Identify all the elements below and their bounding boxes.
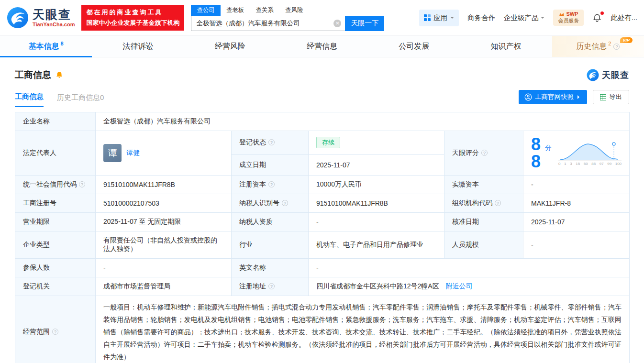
arrow-right-icon (577, 95, 581, 99)
tab-legal-proceedings[interactable]: 法律诉讼 (92, 36, 184, 57)
field-label: 行业 (239, 241, 253, 248)
legal-rep-link[interactable]: 谭健 (126, 149, 140, 157)
subtab-history-business-info[interactable]: 历史工商信息0 (57, 93, 104, 107)
top-header: 天眼查 TianYanCha.com 都在用的商业查询工具 国家中小企业发展子基… (0, 0, 644, 35)
tianyancha-logo-icon (587, 69, 599, 81)
field-label: 英文名称 (239, 264, 266, 271)
help-icon[interactable] (268, 139, 275, 145)
bell-icon (55, 71, 64, 79)
help-icon[interactable] (268, 181, 275, 187)
table-row: 经营范围 一般项目：机动车修理和维护；新能源汽车电附件销售；插电式混合动力专用发… (15, 296, 630, 363)
field-label: 实缴资本 (452, 180, 479, 188)
vip-top-label: SWP (566, 11, 578, 18)
score-value: 88 (531, 136, 544, 170)
field-label: 经营范围 (23, 328, 50, 335)
subtab-business-info[interactable]: 工商信息 (15, 92, 44, 107)
company-type-value: 有限责任公司（非自然人投资或控股的法人独资） (103, 236, 217, 253)
search-tab-boss[interactable]: 查老板 (221, 5, 250, 16)
user-account-label: 此处有... (611, 13, 637, 22)
promo-line-2: 国家中小企业发展子基金旗下机构 (86, 18, 179, 28)
subtab-row: 工商信息 历史工商信息0 工商官网快照 导出 (0, 90, 644, 107)
business-cooperation-label: 商务合作 (467, 13, 495, 22)
tab-basic-info[interactable]: 基本信息 8 (0, 36, 92, 57)
vip-badge: VIP (620, 37, 633, 43)
table-row: 工商注册号 510100002107503 纳税人识别号 91510100MAK… (15, 194, 630, 213)
table-row: 法定代表人 谭 谭健 登记状态 存续 天眼评分 88分 (15, 131, 630, 155)
industry-value: 机动车、电子产品和日用产品修理业 (316, 241, 423, 248)
logo-subtitle: TianYanCha.com (33, 22, 75, 27)
status-badge: 存续 (316, 137, 340, 148)
search-tab-company[interactable]: 查公司 (191, 5, 221, 16)
help-icon[interactable] (79, 181, 85, 187)
legal-rep-avatar[interactable]: 谭 (103, 144, 122, 162)
field-label: 参保人数 (23, 264, 50, 271)
apps-label: 应用 (433, 13, 447, 22)
help-icon[interactable] (481, 150, 488, 156)
company-nav-tabs: 基本信息 8 法律诉讼 经营风险 经营信息 公司发展 知识产权 VIP 历史信息… (0, 35, 644, 57)
help-icon[interactable] (613, 44, 620, 50)
score-chart: 0131550859799100 (558, 140, 622, 166)
clear-icon[interactable] (333, 20, 341, 27)
tab-label: 基本信息 (29, 42, 59, 52)
field-label: 登记状态 (239, 138, 266, 146)
business-cooperation-link[interactable]: 商务合作 (467, 13, 495, 22)
insured-count-value: - (103, 264, 106, 272)
search-tab-relation[interactable]: 查关系 (250, 5, 279, 16)
table-row: 统一社会信用代码 91510100MAK11JFR8B 注册资本 10000万人… (15, 176, 630, 194)
chevron-down-icon (450, 17, 454, 21)
english-name-value: - (316, 264, 319, 272)
address-value: 四川省成都市金牛区兴科中路12号2幢A区 (316, 282, 439, 290)
section-title: 工商信息 (15, 69, 51, 81)
nearby-companies-link[interactable]: 附近公司 (446, 282, 473, 290)
help-icon[interactable] (495, 200, 501, 206)
vip-membership-button[interactable]: SWP 会员服务 (553, 10, 584, 26)
search-input[interactable] (191, 16, 345, 31)
subscribe-bell-button[interactable] (55, 71, 64, 79)
user-account-menu[interactable]: 此处有... (611, 13, 637, 22)
field-label: 注册资本 (239, 180, 266, 188)
official-snapshot-button[interactable]: 工商官网快照 (519, 90, 587, 104)
field-label: 营业期限 (23, 218, 50, 225)
field-label: 注册地址 (239, 282, 266, 290)
field-label: 核准日期 (452, 218, 479, 225)
snapshot-label: 工商官网快照 (535, 93, 574, 101)
tab-company-development[interactable]: 公司发展 (368, 36, 460, 57)
approval-date-value: 2025-11-07 (531, 218, 565, 226)
search-button[interactable]: 天眼一下 (345, 16, 384, 31)
establish-date-value: 2025-11-07 (316, 161, 350, 169)
notification-bell-button[interactable] (592, 13, 602, 22)
table-row: 企业名称 全极智选（成都）汽车服务有限公司 (15, 112, 630, 131)
header-right: 应用 商务合作 企业级产品 SWP 会员服务 此处有... (419, 10, 637, 26)
table-row: 登记机关 成都市市场监督管理局 注册地址 四川省成都市金牛区兴科中路12号2幢A… (15, 277, 630, 296)
company-name-value: 全极智选（成都）汽车服务有限公司 (103, 117, 211, 125)
apps-menu[interactable]: 应用 (419, 10, 459, 26)
field-label: 企业类型 (23, 241, 50, 248)
tab-operating-risk[interactable]: 经营风险 (184, 36, 276, 57)
notification-dot (600, 11, 604, 15)
field-label: 登记机关 (23, 282, 50, 290)
tab-history-info[interactable]: VIP 历史信息 2 (552, 36, 644, 57)
help-icon[interactable] (52, 329, 58, 335)
paid-capital-value: - (531, 181, 533, 188)
watermark-label: 天眼查 (602, 69, 629, 81)
table-row: 企业类型 有限责任公司（非自然人投资或控股的法人独资） 行业 机动车、电子产品和… (15, 231, 630, 259)
export-button[interactable]: 导出 (593, 90, 629, 104)
search-tab-risk[interactable]: 查风险 (279, 5, 309, 16)
business-term-value: 2025-11-07 至 无固定期限 (103, 218, 181, 225)
help-icon[interactable] (268, 283, 275, 289)
field-label: 企业名称 (23, 117, 50, 125)
tab-operating-info[interactable]: 经营信息 (276, 36, 368, 57)
tab-label: 历史信息 (576, 42, 607, 52)
score-cell: 88分 0131550859799100 (531, 136, 622, 170)
tab-intellectual-property[interactable]: 知识产权 (460, 36, 552, 57)
tianyancha-logo-icon (7, 7, 29, 29)
tab-label: 经营信息 (307, 42, 337, 52)
tab-label: 经营风险 (215, 42, 245, 52)
brand-logo[interactable]: 天眼查 TianYanCha.com (7, 7, 75, 29)
subtab-label: 历史工商信息 (57, 93, 100, 101)
field-label: 纳税人资质 (239, 218, 273, 225)
help-icon[interactable] (282, 200, 288, 206)
field-label: 成立日期 (239, 161, 266, 168)
enterprise-products-menu[interactable]: 企业级产品 (504, 13, 545, 22)
field-label: 人员规模 (452, 241, 479, 248)
